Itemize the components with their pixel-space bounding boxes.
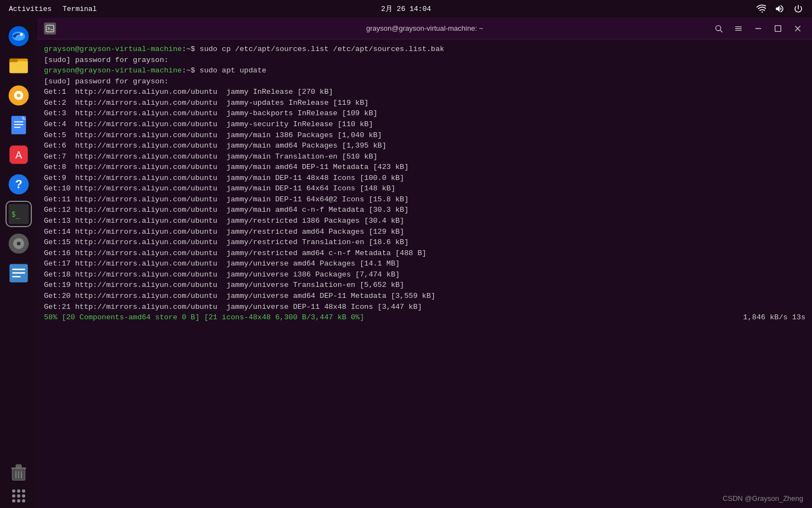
network-icon[interactable] xyxy=(756,4,766,14)
terminal-line: Get:11 http://mirrors.aliyun.com/ubuntu … xyxy=(44,194,805,205)
svg-point-3 xyxy=(20,33,23,36)
terminal-tab-icon xyxy=(44,22,56,35)
svg-rect-28 xyxy=(12,467,26,469)
terminal-menu[interactable]: Terminal xyxy=(63,5,97,13)
terminal-line: Get:14 http://mirrors.aliyun.com/ubuntu … xyxy=(44,227,805,238)
terminal-title-left xyxy=(44,22,56,35)
terminal-line: Get:4 http://mirrors.aliyun.com/ubuntu j… xyxy=(44,119,805,130)
terminal-line: Get:12 http://mirrors.aliyun.com/ubuntu … xyxy=(44,205,805,216)
terminal-line: Get:8 http://mirrors.aliyun.com/ubuntu j… xyxy=(44,162,805,173)
terminal-titlebar: grayson@grayson-virtual-machine: ~ xyxy=(37,18,812,39)
terminal-line: Get:10 http://mirrors.aliyun.com/ubuntu … xyxy=(44,183,805,194)
terminal-window: grayson@grayson-virtual-machine: ~ xyxy=(37,18,812,508)
sidebar-icon-notes[interactable] xyxy=(5,260,32,286)
power-icon[interactable] xyxy=(793,4,803,14)
terminal-body[interactable]: grayson@grayson-virtual-machine:~$ sudo … xyxy=(37,39,812,508)
sidebar-icon-disk[interactable] xyxy=(5,230,32,257)
sidebar-icon-rhythmbox[interactable] xyxy=(5,82,32,109)
top-bar-right xyxy=(756,4,803,14)
svg-rect-39 xyxy=(735,30,742,30)
apps-grid-button[interactable] xyxy=(12,489,25,503)
terminal-line: Get:5 http://mirrors.aliyun.com/ubuntu j… xyxy=(44,130,805,141)
svg-rect-38 xyxy=(735,28,742,29)
svg-text:A: A xyxy=(15,149,23,161)
sidebar-icon-appstore[interactable]: A xyxy=(5,142,32,168)
svg-rect-26 xyxy=(12,276,20,278)
terminal-line: Get:20 http://mirrors.aliyun.com/ubuntu … xyxy=(44,291,805,302)
sidebar-icon-docs[interactable] xyxy=(5,112,32,138)
sidebar-icon-help[interactable]: ? xyxy=(5,171,32,197)
search-button[interactable] xyxy=(711,21,726,36)
svg-point-9 xyxy=(17,94,21,98)
terminal-controls xyxy=(711,21,805,36)
svg-rect-41 xyxy=(775,25,781,31)
top-bar: Activities Terminal 2月 26 14:04 xyxy=(0,0,812,18)
sound-icon[interactable] xyxy=(775,4,785,14)
terminal-line: Get:18 http://mirrors.aliyun.com/ubuntu … xyxy=(44,269,805,280)
svg-point-0 xyxy=(761,12,763,13)
csdn-watermark: CSDN @Grayson_Zheng xyxy=(723,494,803,503)
svg-line-36 xyxy=(720,30,723,32)
terminal-line: 58% [20 Components-amd64 store 0 B] [21 … xyxy=(44,312,805,323)
terminal-line: Get:19 http://mirrors.aliyun.com/ubuntu … xyxy=(44,280,805,291)
terminal-line: Get:21 http://mirrors.aliyun.com/ubuntu … xyxy=(44,302,805,313)
svg-point-22 xyxy=(17,242,21,246)
terminal-line: [sudo] password for grayson: xyxy=(44,55,805,66)
svg-text:$_: $_ xyxy=(12,210,21,219)
activities-button[interactable]: Activities xyxy=(9,5,52,13)
maximize-button[interactable] xyxy=(770,21,786,36)
sidebar-icon-files[interactable] xyxy=(5,53,32,79)
svg-rect-29 xyxy=(16,465,21,467)
sidebar-icon-trash[interactable] xyxy=(5,460,32,486)
minimize-button[interactable] xyxy=(751,21,766,36)
sidebar-bottom xyxy=(5,460,32,503)
terminal-line: Get:2 http://mirrors.aliyun.com/ubuntu j… xyxy=(44,98,805,109)
terminal-line: Get:7 http://mirrors.aliyun.com/ubuntu j… xyxy=(44,151,805,162)
svg-rect-24 xyxy=(12,269,25,270)
close-button[interactable] xyxy=(790,21,805,36)
svg-rect-13 xyxy=(14,127,21,128)
svg-rect-12 xyxy=(14,124,24,125)
terminal-line: Get:16 http://mirrors.aliyun.com/ubuntu … xyxy=(44,248,805,259)
top-bar-left: Activities Terminal xyxy=(9,5,97,13)
svg-text:?: ? xyxy=(15,177,22,191)
terminal-title: grayson@grayson-virtual-machine: ~ xyxy=(366,24,483,32)
terminal-line: Get:1 http://mirrors.aliyun.com/ubuntu j… xyxy=(44,87,805,98)
terminal-line: Get:17 http://mirrors.aliyun.com/ubuntu … xyxy=(44,258,805,269)
svg-rect-40 xyxy=(755,28,761,29)
terminal-line: grayson@grayson-virtual-machine:~$ sudo … xyxy=(44,65,805,76)
menu-button[interactable] xyxy=(731,21,746,36)
svg-rect-37 xyxy=(735,26,742,27)
terminal-line: Get:15 http://mirrors.aliyun.com/ubuntu … xyxy=(44,237,805,248)
svg-point-35 xyxy=(716,25,721,30)
terminal-line: grayson@grayson-virtual-machine:~$ sudo … xyxy=(44,44,805,55)
sidebar: A ? $_ xyxy=(0,18,37,508)
top-bar-datetime: 2月 26 14:04 xyxy=(381,4,431,14)
terminal-line: Get:6 http://mirrors.aliyun.com/ubuntu j… xyxy=(44,140,805,151)
svg-rect-11 xyxy=(14,121,24,122)
sidebar-icon-terminal[interactable]: $_ xyxy=(5,201,32,227)
terminal-line: Get:13 http://mirrors.aliyun.com/ubuntu … xyxy=(44,216,805,227)
terminal-line: Get:9 http://mirrors.aliyun.com/ubuntu j… xyxy=(44,173,805,184)
sidebar-icon-thunderbird[interactable] xyxy=(5,23,32,49)
svg-rect-5 xyxy=(9,61,27,74)
svg-rect-6 xyxy=(9,59,18,63)
svg-rect-25 xyxy=(12,272,25,274)
terminal-line: Get:3 http://mirrors.aliyun.com/ubuntu j… xyxy=(44,108,805,119)
terminal-line: [sudo] password for grayson: xyxy=(44,76,805,87)
